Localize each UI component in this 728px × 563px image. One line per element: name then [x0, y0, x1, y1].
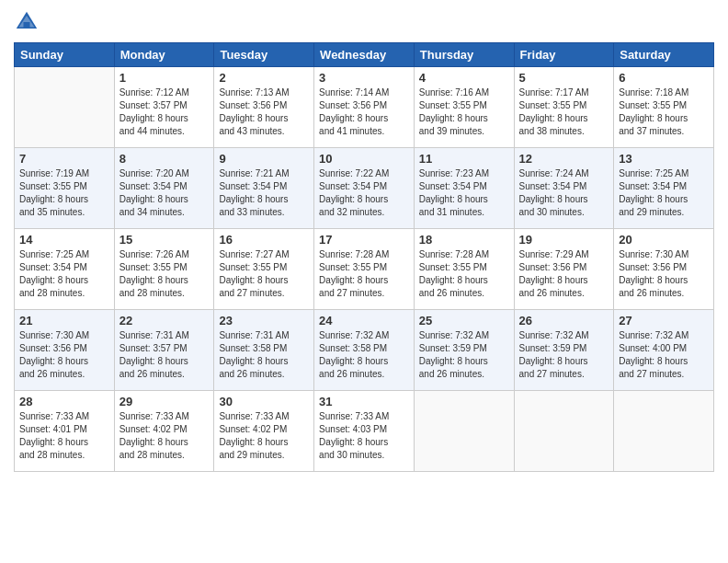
- calendar-cell: 22Sunrise: 7:31 AM Sunset: 3:57 PM Dayli…: [114, 310, 214, 391]
- day-number: 21: [19, 314, 109, 327]
- calendar-cell: 11Sunrise: 7:23 AM Sunset: 3:54 PM Dayli…: [414, 148, 514, 229]
- calendar-cell: 17Sunrise: 7:28 AM Sunset: 3:55 PM Dayli…: [314, 229, 415, 310]
- calendar-cell: [514, 391, 614, 472]
- header: [14, 9, 714, 35]
- calendar-table: SundayMondayTuesdayWednesdayThursdayFrid…: [14, 42, 714, 472]
- calendar-header-monday: Monday: [114, 43, 214, 67]
- calendar-week-row: 21Sunrise: 7:30 AM Sunset: 3:56 PM Dayli…: [15, 310, 714, 391]
- calendar-cell: 9Sunrise: 7:21 AM Sunset: 3:54 PM Daylig…: [214, 148, 314, 229]
- day-info: Sunrise: 7:25 AM Sunset: 3:54 PM Dayligh…: [619, 167, 709, 219]
- calendar-cell: 8Sunrise: 7:20 AM Sunset: 3:54 PM Daylig…: [114, 148, 214, 229]
- calendar-header-saturday: Saturday: [614, 43, 714, 67]
- calendar-cell: 31Sunrise: 7:33 AM Sunset: 4:03 PM Dayli…: [314, 391, 415, 472]
- day-info: Sunrise: 7:12 AM Sunset: 3:57 PM Dayligh…: [119, 86, 210, 138]
- calendar-cell: 26Sunrise: 7:32 AM Sunset: 3:59 PM Dayli…: [514, 310, 614, 391]
- calendar-header-row: SundayMondayTuesdayWednesdayThursdayFrid…: [15, 43, 714, 67]
- day-number: 17: [319, 233, 409, 247]
- day-number: 14: [19, 233, 109, 247]
- calendar-cell: 21Sunrise: 7:30 AM Sunset: 3:56 PM Dayli…: [15, 310, 115, 391]
- day-number: 7: [19, 152, 109, 166]
- day-info: Sunrise: 7:17 AM Sunset: 3:55 PM Dayligh…: [519, 86, 609, 138]
- calendar-week-row: 1Sunrise: 7:12 AM Sunset: 3:57 PM Daylig…: [15, 67, 714, 148]
- day-info: Sunrise: 7:32 AM Sunset: 3:58 PM Dayligh…: [319, 329, 409, 381]
- day-number: 20: [619, 233, 709, 247]
- calendar-header-tuesday: Tuesday: [214, 43, 314, 67]
- day-info: Sunrise: 7:29 AM Sunset: 3:56 PM Dayligh…: [519, 248, 609, 300]
- day-number: 12: [519, 152, 609, 166]
- calendar-cell: 4Sunrise: 7:16 AM Sunset: 3:55 PM Daylig…: [414, 67, 514, 148]
- calendar-cell: 19Sunrise: 7:29 AM Sunset: 3:56 PM Dayli…: [514, 229, 614, 310]
- calendar-header-sunday: Sunday: [15, 43, 115, 67]
- day-number: 6: [619, 71, 709, 85]
- day-info: Sunrise: 7:33 AM Sunset: 4:02 PM Dayligh…: [119, 410, 210, 462]
- day-number: 1: [119, 71, 210, 85]
- day-number: 28: [19, 395, 109, 408]
- page: SundayMondayTuesdayWednesdayThursdayFrid…: [0, 0, 728, 563]
- day-number: 4: [419, 71, 509, 85]
- day-number: 30: [219, 395, 309, 408]
- calendar-cell: 29Sunrise: 7:33 AM Sunset: 4:02 PM Dayli…: [114, 391, 214, 472]
- day-info: Sunrise: 7:32 AM Sunset: 3:59 PM Dayligh…: [419, 329, 509, 381]
- day-number: 11: [419, 152, 509, 166]
- calendar-cell: [614, 391, 714, 472]
- calendar-cell: 16Sunrise: 7:27 AM Sunset: 3:55 PM Dayli…: [214, 229, 314, 310]
- day-info: Sunrise: 7:18 AM Sunset: 3:55 PM Dayligh…: [619, 86, 709, 138]
- calendar-cell: 24Sunrise: 7:32 AM Sunset: 3:58 PM Dayli…: [314, 310, 415, 391]
- day-info: Sunrise: 7:31 AM Sunset: 3:58 PM Dayligh…: [219, 329, 309, 381]
- day-number: 2: [219, 71, 309, 85]
- day-number: 26: [519, 314, 609, 327]
- day-number: 3: [319, 71, 409, 85]
- calendar-cell: [15, 67, 115, 148]
- day-number: 24: [319, 314, 409, 327]
- day-info: Sunrise: 7:31 AM Sunset: 3:57 PM Dayligh…: [119, 329, 210, 381]
- calendar-cell: 30Sunrise: 7:33 AM Sunset: 4:02 PM Dayli…: [214, 391, 314, 472]
- day-info: Sunrise: 7:19 AM Sunset: 3:55 PM Dayligh…: [19, 167, 109, 219]
- calendar-cell: 1Sunrise: 7:12 AM Sunset: 3:57 PM Daylig…: [114, 67, 214, 148]
- day-info: Sunrise: 7:32 AM Sunset: 4:00 PM Dayligh…: [619, 329, 709, 381]
- day-number: 10: [319, 152, 409, 166]
- day-info: Sunrise: 7:22 AM Sunset: 3:54 PM Dayligh…: [319, 167, 409, 219]
- calendar-cell: 7Sunrise: 7:19 AM Sunset: 3:55 PM Daylig…: [15, 148, 115, 229]
- svg-rect-2: [24, 22, 30, 29]
- day-info: Sunrise: 7:14 AM Sunset: 3:56 PM Dayligh…: [319, 86, 409, 138]
- calendar-cell: 3Sunrise: 7:14 AM Sunset: 3:56 PM Daylig…: [314, 67, 415, 148]
- day-info: Sunrise: 7:26 AM Sunset: 3:55 PM Dayligh…: [119, 248, 210, 300]
- day-number: 9: [219, 152, 309, 166]
- day-number: 13: [619, 152, 709, 166]
- day-number: 31: [319, 395, 409, 408]
- calendar-cell: 2Sunrise: 7:13 AM Sunset: 3:56 PM Daylig…: [214, 67, 314, 148]
- logo-icon: [14, 9, 40, 35]
- day-number: 5: [519, 71, 609, 85]
- day-number: 23: [219, 314, 309, 327]
- day-number: 29: [119, 395, 210, 408]
- calendar-cell: 20Sunrise: 7:30 AM Sunset: 3:56 PM Dayli…: [614, 229, 714, 310]
- calendar-cell: 18Sunrise: 7:28 AM Sunset: 3:55 PM Dayli…: [414, 229, 514, 310]
- calendar-cell: 23Sunrise: 7:31 AM Sunset: 3:58 PM Dayli…: [214, 310, 314, 391]
- calendar-header-thursday: Thursday: [414, 43, 514, 67]
- logo: [14, 9, 43, 35]
- calendar-cell: 27Sunrise: 7:32 AM Sunset: 4:00 PM Dayli…: [614, 310, 714, 391]
- day-info: Sunrise: 7:16 AM Sunset: 3:55 PM Dayligh…: [419, 86, 509, 138]
- day-number: 27: [619, 314, 709, 327]
- day-info: Sunrise: 7:24 AM Sunset: 3:54 PM Dayligh…: [519, 167, 609, 219]
- calendar-cell: 25Sunrise: 7:32 AM Sunset: 3:59 PM Dayli…: [414, 310, 514, 391]
- day-info: Sunrise: 7:20 AM Sunset: 3:54 PM Dayligh…: [119, 167, 210, 219]
- calendar-cell: 13Sunrise: 7:25 AM Sunset: 3:54 PM Dayli…: [614, 148, 714, 229]
- day-info: Sunrise: 7:13 AM Sunset: 3:56 PM Dayligh…: [219, 86, 309, 138]
- day-info: Sunrise: 7:23 AM Sunset: 3:54 PM Dayligh…: [419, 167, 509, 219]
- day-number: 25: [419, 314, 509, 327]
- day-info: Sunrise: 7:33 AM Sunset: 4:03 PM Dayligh…: [319, 410, 409, 462]
- calendar-week-row: 7Sunrise: 7:19 AM Sunset: 3:55 PM Daylig…: [15, 148, 714, 229]
- calendar-cell: 28Sunrise: 7:33 AM Sunset: 4:01 PM Dayli…: [15, 391, 115, 472]
- calendar-cell: 12Sunrise: 7:24 AM Sunset: 3:54 PM Dayli…: [514, 148, 614, 229]
- day-number: 18: [419, 233, 509, 247]
- day-info: Sunrise: 7:27 AM Sunset: 3:55 PM Dayligh…: [219, 248, 309, 300]
- day-info: Sunrise: 7:28 AM Sunset: 3:55 PM Dayligh…: [419, 248, 509, 300]
- calendar-header-wednesday: Wednesday: [314, 43, 415, 67]
- day-info: Sunrise: 7:32 AM Sunset: 3:59 PM Dayligh…: [519, 329, 609, 381]
- day-number: 19: [519, 233, 609, 247]
- calendar-week-row: 28Sunrise: 7:33 AM Sunset: 4:01 PM Dayli…: [15, 391, 714, 472]
- calendar-cell: 5Sunrise: 7:17 AM Sunset: 3:55 PM Daylig…: [514, 67, 614, 148]
- day-info: Sunrise: 7:21 AM Sunset: 3:54 PM Dayligh…: [219, 167, 309, 219]
- calendar-cell: [414, 391, 514, 472]
